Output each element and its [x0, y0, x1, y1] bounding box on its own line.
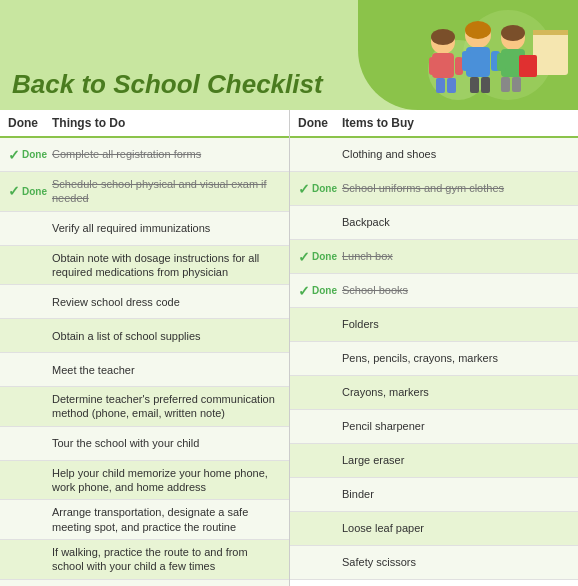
done-cell: ✓Done: [298, 283, 342, 299]
table-row: Verify all required immunizations: [0, 212, 289, 246]
task-text: Verify all required immunizations: [52, 221, 281, 235]
svg-rect-6: [429, 57, 437, 75]
table-row: Pens, pencils, crayons, markers: [290, 342, 578, 376]
task-text: Pens, pencils, crayons, markers: [342, 351, 570, 365]
checkmark-icon: ✓: [8, 147, 20, 163]
table-row: Crayons, markers: [290, 376, 578, 410]
task-text: School books: [342, 283, 570, 297]
task-text: Backpack: [342, 215, 570, 229]
task-text: Loose leaf paper: [342, 521, 570, 535]
table-row: Help your child memorize your home phone…: [0, 461, 289, 501]
svg-rect-8: [436, 78, 445, 93]
svg-rect-13: [462, 51, 471, 71]
checkmark-icon: ✓: [298, 249, 310, 265]
task-text: Tour the school with your child: [52, 436, 281, 450]
task-text: Help your child memorize your home phone…: [52, 466, 281, 495]
task-text: Obtain a list of school supplies: [52, 329, 281, 343]
right-column: Done Items to Buy Clothing and shoes✓Don…: [290, 110, 578, 586]
table-row: ✓DoneLunch box: [290, 240, 578, 274]
table-row: Loose leaf paper: [290, 512, 578, 546]
left-task-header: Things to Do: [52, 116, 125, 130]
table-row: If carpooling, introduce your child to a…: [0, 580, 289, 586]
table-row: ✓DoneSchool uniforms and gym clothes: [290, 172, 578, 206]
done-cell: ✓Done: [8, 183, 52, 199]
done-label: Done: [312, 251, 337, 262]
done-label: Done: [312, 183, 337, 194]
checkmark-icon: ✓: [298, 181, 310, 197]
table-row: Obtain note with dosage instructions for…: [0, 246, 289, 286]
task-text: School uniforms and gym clothes: [342, 181, 570, 195]
task-text: Folders: [342, 317, 570, 331]
task-text: Large eraser: [342, 453, 570, 467]
task-text: Review school dress code: [52, 295, 281, 309]
svg-rect-23: [512, 77, 521, 92]
task-text: Meet the teacher: [52, 363, 281, 377]
svg-rect-2: [533, 30, 568, 75]
table-row: If walking, practice the route to and fr…: [0, 540, 289, 580]
svg-rect-16: [481, 77, 490, 93]
table-row: Review school dress code: [0, 285, 289, 319]
left-column: Done Things to Do ✓DoneComplete all regi…: [0, 110, 290, 586]
svg-rect-7: [455, 57, 463, 75]
table-row: ✓DoneComplete all registration forms: [0, 138, 289, 172]
task-text: Determine teacher's preferred communicat…: [52, 392, 281, 421]
table-row: Tour the school with your child: [0, 427, 289, 461]
header: Back to School Checklist: [0, 0, 578, 110]
svg-rect-15: [470, 77, 479, 93]
svg-rect-9: [447, 78, 456, 93]
table-row: Meet the teacher: [0, 353, 289, 387]
table-row: Backpack: [290, 206, 578, 240]
checkmark-icon: ✓: [8, 183, 20, 199]
table-row: ✓DoneSchool books: [290, 274, 578, 308]
header-illustration: [358, 0, 578, 110]
done-label: Done: [22, 149, 47, 160]
task-text: Pencil sharpener: [342, 419, 570, 433]
checkmark-icon: ✓: [298, 283, 310, 299]
done-cell: ✓Done: [298, 181, 342, 197]
right-col-header: Done Items to Buy: [290, 110, 578, 138]
svg-rect-20: [497, 53, 506, 71]
task-text: Complete all registration forms: [52, 147, 281, 161]
main-content: Done Things to Do ✓DoneComplete all regi…: [0, 110, 578, 586]
done-cell: ✓Done: [8, 147, 52, 163]
task-text: Crayons, markers: [342, 385, 570, 399]
kids-illustration: [358, 0, 578, 110]
task-text: Clothing and shoes: [342, 147, 570, 161]
task-text: Lunch box: [342, 249, 570, 263]
task-text: Obtain note with dosage instructions for…: [52, 251, 281, 280]
left-rows-container: ✓DoneComplete all registration forms✓Don…: [0, 138, 289, 586]
table-row: Folders: [290, 308, 578, 342]
task-text: Safety scissors: [342, 555, 570, 569]
table-row: Large eraser: [290, 444, 578, 478]
svg-rect-3: [533, 30, 568, 35]
right-task-header: Items to Buy: [342, 116, 414, 130]
left-done-header: Done: [8, 116, 52, 130]
page-title: Back to School Checklist: [12, 69, 323, 100]
svg-rect-21: [519, 55, 537, 77]
table-row: Arrange transportation, designate a safe…: [0, 500, 289, 540]
svg-point-17: [465, 21, 491, 39]
svg-rect-22: [501, 77, 510, 92]
done-label: Done: [312, 285, 337, 296]
table-row: Obtain a list of school supplies: [0, 319, 289, 353]
table-row: ✓DoneSchedule school physical and visual…: [0, 172, 289, 212]
done-cell: ✓Done: [298, 249, 342, 265]
task-text: If walking, practice the route to and fr…: [52, 545, 281, 574]
left-col-header: Done Things to Do: [0, 110, 289, 138]
svg-point-10: [431, 29, 455, 45]
svg-point-24: [501, 25, 525, 41]
right-done-header: Done: [298, 116, 342, 130]
table-row: Clothing and shoes: [290, 138, 578, 172]
table-row: Binder: [290, 478, 578, 512]
task-text: Binder: [342, 487, 570, 501]
table-row: Determine teacher's preferred communicat…: [0, 387, 289, 427]
right-rows-container: Clothing and shoes✓DoneSchool uniforms a…: [290, 138, 578, 580]
done-label: Done: [22, 186, 47, 197]
task-text: Arrange transportation, designate a safe…: [52, 505, 281, 534]
table-row: Safety scissors: [290, 546, 578, 580]
task-text: Schedule school physical and visual exam…: [52, 177, 281, 206]
table-row: Pencil sharpener: [290, 410, 578, 444]
